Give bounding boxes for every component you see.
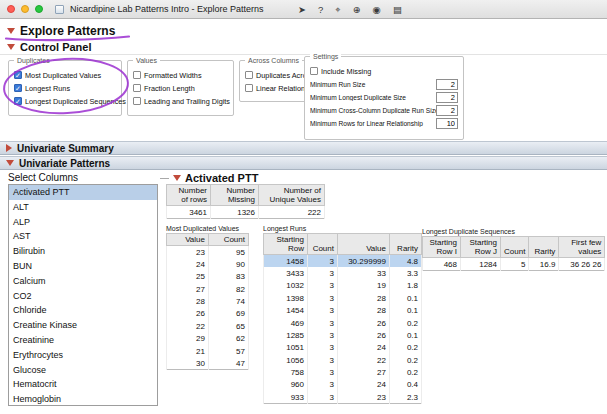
table-row[interactable]: 2583 (167, 270, 249, 282)
column-header[interactable]: Rarity (529, 237, 559, 258)
table-cell: 1284 (461, 258, 501, 270)
column-header[interactable]: StartingRow I (423, 237, 461, 258)
column-header[interactable]: StartingRow (264, 234, 308, 255)
checkbox-checked-icon[interactable]: ✓ (14, 97, 22, 105)
column-header[interactable]: Number ofUnique Values (259, 185, 325, 206)
table-row[interactable]: 10563220.2 (264, 354, 422, 366)
table-row[interactable]: 10513240.2 (264, 342, 422, 354)
column-list-item[interactable]: Glucose (9, 363, 157, 378)
checkbox-unchecked-icon[interactable] (245, 84, 253, 92)
table-row[interactable]: 34611326222 (167, 206, 325, 218)
checkbox-include-missing[interactable]: Include Missing (310, 66, 458, 76)
column-list-item[interactable]: Bilirubin (9, 244, 157, 259)
table-row[interactable]: 13983280.1 (264, 292, 422, 304)
zoom-icon[interactable]: ⌖ (335, 2, 340, 17)
activated-ptt-header[interactable]: Activated PTT (160, 172, 258, 184)
disclosure-triangle-icon[interactable] (6, 144, 12, 152)
disclosure-triangle-icon[interactable] (7, 28, 15, 34)
column-header[interactable]: Count (209, 234, 249, 246)
column-list-item[interactable]: AST (9, 229, 157, 244)
disclosure-triangle-icon[interactable] (7, 44, 15, 50)
cursor-icon[interactable]: ➤ (298, 2, 306, 17)
table-row[interactable]: 2962 (167, 332, 249, 344)
table-row[interactable]: 9603240.4 (264, 379, 422, 391)
table-cell: 27 (167, 283, 209, 295)
table-row[interactable]: 7583270.2 (264, 366, 422, 378)
table-row[interactable]: 2669 (167, 308, 249, 320)
table-row[interactable]: 2782 (167, 283, 249, 295)
table-row[interactable]: 4693260.2 (264, 317, 422, 329)
table-row[interactable]: 3047 (167, 357, 249, 369)
column-list[interactable]: Activated PTTALTALPASTBilirubinBUNCalciu… (8, 184, 158, 406)
column-list-item[interactable]: ALT (9, 200, 157, 215)
column-list-item[interactable]: Hematocrit (9, 377, 157, 392)
checkbox-leading-and-trailing-digits[interactable]: Leading and Trailing Digits (133, 96, 228, 106)
help-icon[interactable]: ? (318, 2, 323, 17)
control-panel-header[interactable]: Control Panel (7, 41, 92, 53)
minimize-button[interactable] (21, 5, 29, 13)
table-row[interactable]: 4681284516.936 26 26 (423, 258, 605, 270)
lasso-icon[interactable]: ◉ (373, 2, 381, 17)
table-row[interactable]: 14543280.1 (264, 304, 422, 316)
minimum-longest-duplicate-size-input[interactable] (436, 92, 458, 103)
close-button[interactable] (7, 5, 15, 13)
crosshair-icon[interactable]: ⊕ (353, 2, 361, 17)
column-header[interactable]: Value (167, 234, 209, 246)
column-list-item[interactable]: Hemoglobin (9, 392, 157, 406)
column-header[interactable]: NumberMissing (211, 185, 259, 206)
column-header[interactable]: Rarity (390, 234, 422, 255)
checkbox-longest-duplicated-sequences[interactable]: ✓Longest Duplicated Sequences (14, 96, 116, 106)
table-cell: 3 (308, 391, 338, 403)
column-header[interactable]: StartingRow J (461, 237, 501, 258)
table-row[interactable]: 34333333.3 (264, 267, 422, 279)
column-header[interactable]: First fewvalues (559, 237, 605, 258)
checkbox-unchecked-icon[interactable] (133, 97, 141, 105)
table-cell: 5 (501, 258, 529, 270)
checkbox-unchecked-icon[interactable] (245, 71, 253, 79)
zoom-window-button[interactable] (35, 5, 43, 13)
table-row[interactable]: 2265 (167, 320, 249, 332)
column-list-item[interactable]: Erythrocytes (9, 348, 157, 363)
column-header[interactable]: Value (338, 234, 390, 255)
column-list-item[interactable]: Creatinine (9, 333, 157, 348)
minimum-rows-for-linear-relationship-input[interactable] (436, 118, 458, 129)
column-list-item[interactable]: Chloride (9, 303, 157, 318)
table-cell: 3461 (167, 206, 211, 218)
column-header[interactable]: Count (501, 237, 529, 258)
table-row[interactable]: 2490 (167, 258, 249, 270)
checkbox-unchecked-icon[interactable] (133, 84, 141, 92)
disclosure-triangle-icon[interactable] (173, 175, 181, 181)
table-row[interactable]: 9333232.3 (264, 391, 422, 403)
column-list-item[interactable]: BUN (9, 259, 157, 274)
checkbox-fraction-length[interactable]: Fraction Length (133, 83, 228, 93)
table-row[interactable]: 10323191.8 (264, 280, 422, 292)
checkbox-checked-icon[interactable]: ✓ (14, 71, 22, 79)
minimum-cross-column-duplicate-run-size-input[interactable] (436, 105, 458, 116)
disclosure-triangle-icon[interactable] (6, 160, 14, 166)
checkbox-checked-icon[interactable]: ✓ (14, 84, 22, 92)
univariate-summary-bar[interactable]: Univariate Summary (0, 141, 607, 155)
report-title: Explore Patterns (20, 24, 115, 38)
column-list-item[interactable]: CO2 (9, 289, 157, 304)
table-cell: 26 (338, 329, 390, 341)
table-row[interactable]: 1458330.2999994.8 (264, 255, 422, 267)
minimum-run-size-input[interactable] (436, 79, 458, 90)
checkbox-longest-runs[interactable]: ✓Longest Runs (14, 83, 116, 93)
column-list-item[interactable]: Creatine Kinase (9, 318, 157, 333)
column-list-item[interactable]: Calcium (9, 274, 157, 289)
document-icon (55, 5, 64, 14)
checkbox-unchecked-icon[interactable] (133, 71, 141, 79)
table-row[interactable]: 2157 (167, 345, 249, 357)
column-header[interactable]: Count (308, 234, 338, 255)
checkbox-unchecked-icon[interactable] (310, 67, 318, 75)
grid-icon[interactable]: ▤ (393, 2, 402, 17)
table-row[interactable]: 2395 (167, 246, 249, 258)
column-list-item[interactable]: ALP (9, 215, 157, 230)
column-list-item[interactable]: Activated PTT (9, 185, 157, 200)
univariate-patterns-bar[interactable]: Univariate Patterns (0, 156, 607, 170)
table-row[interactable]: 12853260.1 (264, 329, 422, 341)
column-header[interactable]: Numberof rows (167, 185, 211, 206)
table-row[interactable]: 2874 (167, 295, 249, 307)
checkbox-most-duplicated-values[interactable]: ✓Most Duplicated Values (14, 70, 116, 80)
checkbox-formatted-widths[interactable]: Formatted Widths (133, 70, 228, 80)
